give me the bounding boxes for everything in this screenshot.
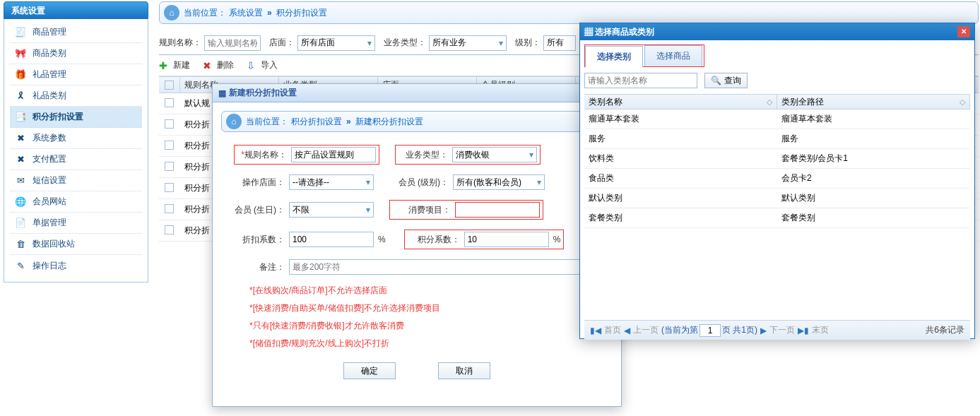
pager-prev-icon[interactable]: ◀: [624, 326, 630, 335]
sidebar-item-recycle[interactable]: 🗑数据回收站: [10, 234, 142, 255]
import-icon: ⇩: [247, 60, 258, 71]
filter-store-label: 店面：: [269, 37, 295, 49]
pager-cur-a: (当前为第: [661, 324, 698, 336]
delete-icon: ✖: [203, 60, 214, 71]
sidebar-item-label: 积分折扣设置: [33, 111, 83, 123]
breadcrumb-part-2[interactable]: 积分折扣设置: [276, 7, 327, 19]
field-biz-label: 业务类型：: [397, 149, 448, 161]
points-input[interactable]: [464, 232, 549, 247]
close-button[interactable]: ✕: [957, 26, 970, 37]
sidebar-item-sms[interactable]: ✉短信设置: [10, 170, 142, 191]
pager-next[interactable]: 下一页: [769, 324, 795, 336]
field-remark-label: 备注：: [234, 261, 285, 273]
cell-path: 套餐类别: [777, 212, 970, 224]
chevron-right-icon: »: [346, 117, 351, 126]
sidebar-item-gift-mgmt[interactable]: 🎁礼品管理: [10, 64, 142, 85]
rule-name-input[interactable]: [291, 147, 376, 162]
breadcrumb-part-1[interactable]: 系统设置: [229, 7, 263, 19]
col-category-path[interactable]: 类别全路径◇: [777, 95, 970, 109]
filter-level-select[interactable]: 所有: [543, 35, 576, 51]
checkbox-icon[interactable]: [165, 119, 174, 129]
sidebar-item-label: 短信设置: [33, 174, 66, 186]
cell-path: 瘤通草本套装: [777, 113, 970, 125]
checkbox-icon[interactable]: [165, 225, 174, 234]
sidebar-item-payment[interactable]: ✖支付配置: [10, 149, 142, 170]
table-row[interactable]: 服务服务: [584, 129, 970, 149]
table-row[interactable]: 套餐类别套餐类别: [584, 208, 970, 228]
cancel-button[interactable]: 取消: [438, 362, 490, 379]
pager-next-icon[interactable]: ▶: [760, 326, 767, 335]
chevron-right-icon: »: [267, 8, 272, 18]
pager-last-icon[interactable]: ▶▮: [798, 326, 809, 335]
table-row[interactable]: 默认类别默认类别: [584, 189, 970, 208]
sidebar-item-points-discount[interactable]: 📑积分折扣设置: [10, 107, 142, 128]
remark-input[interactable]: [289, 259, 600, 275]
checkbox-icon[interactable]: [165, 98, 174, 107]
birthday-select[interactable]: 不限▾: [289, 202, 374, 218]
modal-titlebar[interactable]: ▦ 新建积分折扣设置: [213, 84, 621, 102]
filter-store-select[interactable]: 所有店面▾: [297, 35, 375, 51]
modal-titlebar[interactable]: ▦ 选择商品或类别 ✕: [580, 23, 974, 40]
category-search-input[interactable]: [584, 73, 697, 88]
sidebar-item-label: 商品管理: [33, 26, 66, 38]
sidebar-item-sys-params[interactable]: ✖系统参数: [10, 128, 142, 149]
modal-title: 选择商品或类别: [595, 27, 654, 37]
search-button[interactable]: 🔍查询: [704, 73, 748, 88]
select-value: 所有店面: [301, 37, 335, 49]
delete-button[interactable]: ✖删除: [203, 59, 234, 71]
window-icon: ▦: [584, 27, 593, 37]
home-icon[interactable]: ⌂: [226, 114, 242, 129]
select-value: 所有(散客和会员): [456, 177, 521, 189]
cell-name: 食品类: [584, 172, 777, 184]
pager-prev[interactable]: 上一页: [633, 324, 659, 336]
table-row[interactable]: 饮料类套餐类别/会员卡1: [584, 149, 970, 169]
sidebar-item-receipts[interactable]: 📄单据管理: [10, 213, 142, 234]
field-rule-label: *规则名称：: [236, 149, 287, 161]
filter-rule-input[interactable]: [204, 35, 261, 51]
pager-last[interactable]: 末页: [812, 324, 829, 336]
checkbox-icon: [165, 81, 174, 90]
breadcrumb-part-1[interactable]: 积分折扣设置: [291, 116, 342, 128]
sidebar-item-label: 数据回收站: [33, 238, 75, 250]
checkbox-icon[interactable]: [165, 162, 174, 171]
col-category-name[interactable]: 类别名称◇: [584, 95, 777, 109]
sidebar-item-member-site[interactable]: 🌐会员网站: [10, 191, 142, 213]
pager-page-input[interactable]: [699, 324, 721, 337]
store-select[interactable]: --请选择--▾: [289, 174, 374, 190]
consume-item-input[interactable]: [455, 202, 540, 218]
award-icon: 🎗: [14, 90, 27, 102]
table-row[interactable]: 食品类会员卡2: [584, 169, 970, 189]
sidebar-item-product-mgmt[interactable]: 🧾商品管理: [10, 22, 142, 43]
discount-input[interactable]: [289, 232, 374, 247]
import-button[interactable]: ⇩导入: [247, 59, 278, 71]
member-level-select[interactable]: 所有(散客和会员)▾: [453, 174, 545, 190]
pager: ▮◀ 首页 ◀ 上一页 (当前为第 页 共1页) ▶ 下一页 ▶▮ 末页 共6条…: [584, 320, 970, 340]
cell-name: 服务: [584, 133, 777, 145]
sidebar-item-gift-cat[interactable]: 🎗礼品类别: [10, 85, 142, 107]
new-rule-modal: ▦ 新建积分折扣设置 ⌂ 当前位置： 积分折扣设置 » 新建积分折扣设置 *规则…: [212, 83, 622, 407]
cell-path: 服务: [777, 133, 970, 145]
home-icon[interactable]: ⌂: [164, 5, 179, 20]
pencil-icon: ✎: [14, 259, 27, 272]
tab-product[interactable]: 选择商品: [644, 45, 702, 66]
ok-button[interactable]: 确定: [343, 362, 396, 379]
table-row[interactable]: 瘤通草本套装瘤通草本套装: [584, 109, 970, 129]
grid-body: 瘤通草本套装瘤通草本套装 服务服务 饮料类套餐类别/会员卡1 食品类会员卡2 默…: [584, 109, 970, 228]
pager-total: 共6条记录: [926, 324, 964, 336]
field-birthday-label: 会员 (生日)：: [234, 204, 285, 216]
new-button[interactable]: ✚新建: [159, 59, 190, 71]
pager-first[interactable]: 首页: [604, 324, 621, 336]
breadcrumb-part-2[interactable]: 新建积分折扣设置: [355, 116, 423, 128]
checkbox-icon[interactable]: [165, 141, 174, 150]
pager-first-icon[interactable]: ▮◀: [590, 326, 601, 335]
sidebar-item-product-cat[interactable]: 🎀商品类别: [10, 43, 142, 64]
sidebar-item-logs[interactable]: ✎操作日志: [10, 255, 142, 276]
biz-type-select[interactable]: 消费收银▾: [452, 147, 537, 162]
checkbox-icon[interactable]: [165, 204, 174, 213]
filter-biz-select[interactable]: 所有业务▾: [429, 35, 507, 51]
col-checkbox[interactable]: [159, 77, 180, 93]
sidebar-item-label: 单据管理: [33, 217, 66, 229]
tab-category[interactable]: 选择类别: [585, 46, 643, 67]
checkbox-icon[interactable]: [165, 183, 174, 192]
plus-icon: ✚: [159, 60, 170, 71]
